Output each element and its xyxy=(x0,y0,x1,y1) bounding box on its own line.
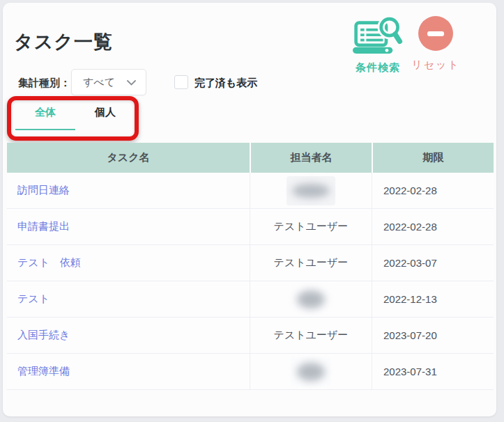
reset-label: リセット xyxy=(411,58,459,72)
show-completed-checkbox[interactable] xyxy=(174,75,188,89)
redacted-assignee xyxy=(287,176,335,205)
task-link[interactable]: テスト xyxy=(17,292,49,306)
task-link[interactable]: 入国手続き xyxy=(17,329,70,342)
assignee-cell: テストユーザー xyxy=(250,245,372,281)
task-link[interactable]: テスト 依頼 xyxy=(17,256,81,269)
task-name-cell: 管理簿準備 xyxy=(7,354,250,389)
column-header-assignee: 担当者名 xyxy=(250,143,372,173)
chevron-down-icon xyxy=(127,76,136,88)
task-name-cell: テスト 依頼 xyxy=(7,245,250,281)
assignee-cell xyxy=(250,354,372,389)
laptop-magnifier-icon xyxy=(353,17,403,58)
due-date-cell: 2023-07-20 xyxy=(372,318,494,353)
page-title: タスク一覧 xyxy=(14,29,113,54)
table-row: 管理簿準備2023-07-31 xyxy=(7,354,494,390)
reset-button[interactable]: リセット xyxy=(415,16,456,72)
due-date-cell: 2022-12-13 xyxy=(372,281,494,317)
task-name-cell: テスト xyxy=(7,281,250,317)
aggregation-type-select[interactable]: すべて xyxy=(71,69,146,95)
assignee-cell: テストユーザー xyxy=(250,318,372,353)
redacted-assignee xyxy=(291,285,331,314)
tab-overall[interactable]: 全体 xyxy=(15,106,75,130)
task-name-cell: 入国手続き xyxy=(7,318,250,353)
table-row: 入国手続きテストユーザー2023-07-20 xyxy=(7,318,494,354)
redacted-assignee xyxy=(291,357,331,386)
condition-search-button[interactable]: 条件検索 xyxy=(351,17,405,75)
due-date-cell: 2022-02-28 xyxy=(372,173,494,208)
assignee-cell xyxy=(250,173,372,208)
redaction-blob xyxy=(292,184,330,198)
task-table: タスク名 担当者名 期限 訪問日連絡2022-02-28申請書提出テストユーザー… xyxy=(7,143,494,390)
condition-search-label: 条件検索 xyxy=(356,61,400,75)
table-row: テスト2022-12-13 xyxy=(7,281,494,318)
minus-glyph xyxy=(427,31,444,36)
due-date-cell: 2022-02-28 xyxy=(372,209,494,244)
redaction-blob xyxy=(297,290,325,308)
task-name-cell: 訪問日連絡 xyxy=(7,173,250,208)
due-date-cell: 2022-03-07 xyxy=(372,245,494,281)
table-header-row: タスク名 担当者名 期限 xyxy=(7,143,494,173)
table-row: 申請書提出テストユーザー2022-02-28 xyxy=(7,209,494,245)
aggregation-selected-value: すべて xyxy=(83,76,115,89)
table-row: テスト 依頼テストユーザー2022-03-07 xyxy=(7,245,494,281)
assignee-cell: テストユーザー xyxy=(250,209,372,244)
tab-personal[interactable]: 個人 xyxy=(75,106,135,130)
table-row: 訪問日連絡2022-02-28 xyxy=(7,173,494,209)
task-link[interactable]: 申請書提出 xyxy=(17,220,70,233)
redaction-blob xyxy=(297,363,325,381)
due-date-cell: 2023-07-31 xyxy=(372,354,494,389)
table-body: 訪問日連絡2022-02-28申請書提出テストユーザー2022-02-28テスト… xyxy=(7,173,494,390)
column-header-task: タスク名 xyxy=(7,143,250,173)
task-link[interactable]: 訪問日連絡 xyxy=(17,184,70,197)
show-completed-label: 完了済も表示 xyxy=(194,77,257,90)
minus-circle-icon xyxy=(418,16,453,51)
task-name-cell: 申請書提出 xyxy=(7,209,250,244)
task-link[interactable]: 管理簿準備 xyxy=(17,365,70,378)
aggregation-type-label: 集計種別： xyxy=(18,77,70,90)
column-header-due: 期限 xyxy=(372,143,494,173)
assignee-cell xyxy=(250,281,372,317)
tab-bar: 全体 個人 xyxy=(15,106,135,130)
